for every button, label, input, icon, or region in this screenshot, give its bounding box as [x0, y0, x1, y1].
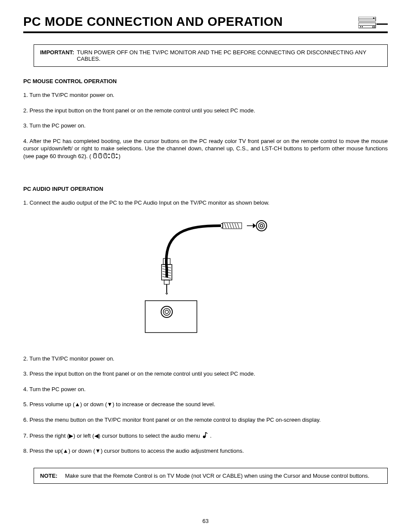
- important-notice-box: IMPORTANT: TURN POWER OFF ON THE TV/PC M…: [34, 44, 388, 67]
- list-item: 1. Turn the TV/PC monitor power on.: [23, 91, 388, 99]
- svg-point-6: [362, 26, 363, 27]
- svg-point-18: [258, 223, 265, 229]
- audio-connection-diagram: [137, 217, 274, 338]
- svg-point-26: [161, 306, 172, 317]
- audio-steps-list-2: 2. Turn the TV/PC monitor power on. 3. P…: [23, 355, 388, 455]
- note-box: NOTE: Make sure that the Remote Control …: [34, 468, 388, 484]
- header-divider: [23, 31, 388, 33]
- list-item: 1. Connect the audio output of the PC to…: [23, 199, 388, 207]
- important-text: TURN POWER OFF ON THE TV/PC MONITOR AND …: [74, 49, 381, 62]
- step-suffix: ): [118, 153, 120, 159]
- list-item: 6. Press the menu button on the TV/PC mo…: [23, 416, 388, 424]
- step-text: Connect the audio output of the PC to th…: [29, 199, 269, 206]
- audio-steps-list: 1. Connect the audio output of the PC to…: [23, 199, 388, 207]
- list-item: 4. Turn the PC power on.: [23, 386, 388, 393]
- svg-point-29: [203, 436, 206, 438]
- list-item: 8. Press the up(▲) or down (▼) cursor bu…: [23, 447, 388, 455]
- page-title: PC MODE CONNECTION AND OPERATION: [23, 15, 283, 29]
- svg-point-19: [260, 224, 263, 227]
- mouse-steps-list: 1. Turn the TV/PC monitor power on. 2. P…: [23, 91, 388, 160]
- step-text: Turn the TV/PC monitor power on.: [29, 92, 114, 98]
- list-item: 3. Turn the PC power on.: [23, 122, 388, 130]
- list-item: 2. Turn the TV/PC monitor power on.: [23, 355, 388, 363]
- svg-rect-23: [164, 280, 169, 284]
- page-number: 63: [0, 518, 411, 524]
- list-item: 5. Press volume up (▲) or down (▼) to in…: [23, 401, 388, 408]
- step-text: Turn the PC power on.: [29, 122, 85, 129]
- step-text: After the PC has completed booting, use …: [23, 138, 388, 159]
- note-label: NOTE:: [40, 473, 62, 479]
- svg-rect-7: [373, 26, 375, 28]
- important-label: IMPORTANT:: [40, 49, 74, 62]
- step-text: Press volume up (▲) or down (▼) to incre…: [29, 401, 215, 408]
- mouse-icons-inline: [93, 153, 118, 159]
- svg-rect-2: [373, 18, 374, 19]
- step-text: Press the input button on the front pane…: [29, 107, 255, 114]
- section-heading-mouse: PC MOUSE CONTROL OPERATION: [23, 78, 388, 84]
- step-text: Turn the PC power on.: [29, 386, 85, 392]
- list-item: 4. After the PC has completed booting, u…: [23, 137, 388, 160]
- svg-point-5: [360, 26, 361, 27]
- svg-point-17: [256, 221, 267, 231]
- note-text: Make sure that the Remote Control is on …: [62, 473, 369, 479]
- svg-point-28: [165, 310, 168, 314]
- section-heading-audio: PC AUDIO INPUT OPERATION: [23, 186, 388, 192]
- step-text: Press the menu button on the TV/PC monit…: [29, 417, 321, 423]
- step-text: Press the right (▶) or left (◀) cursor b…: [29, 432, 201, 439]
- svg-point-27: [163, 308, 170, 315]
- monitor-device-icon: [358, 17, 388, 29]
- list-item: 7. Press the right (▶) or left (◀) curso…: [23, 432, 388, 440]
- audio-menu-icon: [202, 432, 209, 439]
- step-text: Press the up(▲) or down (▼) cursor butto…: [29, 448, 244, 454]
- step-text: Turn the TV/PC monitor power on.: [29, 355, 114, 362]
- svg-rect-25: [145, 301, 197, 333]
- list-item: 3. Press the input button on the front p…: [23, 370, 388, 378]
- list-item: 2. Press the input button on the front p…: [23, 107, 388, 115]
- step-suffix: .: [209, 432, 212, 439]
- step-text: Press the input button on the front pane…: [29, 370, 255, 377]
